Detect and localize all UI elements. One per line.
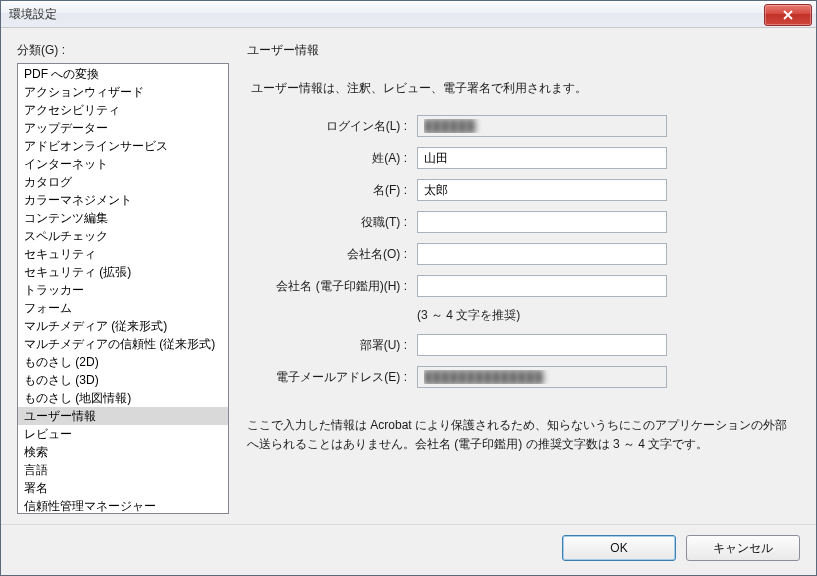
input-email[interactable] (417, 366, 667, 388)
label-unit: 部署(U) : (247, 337, 417, 354)
category-item[interactable]: ものさし (3D) (18, 371, 228, 389)
seal-hint: (3 ～ 4 文字を推奨) (417, 307, 520, 324)
category-item[interactable]: 署名 (18, 479, 228, 497)
category-item[interactable]: ものさし (2D) (18, 353, 228, 371)
label-first-name: 名(F) : (247, 182, 417, 199)
label-org: 会社名(O) : (247, 246, 417, 263)
category-item[interactable]: フォーム (18, 299, 228, 317)
panel-description: ユーザー情報は、注釈、レビュー、電子署名で利用されます。 (251, 80, 800, 97)
category-item[interactable]: アドビオンラインサービス (18, 137, 228, 155)
row-first-name: 名(F) : (247, 179, 800, 201)
cancel-button[interactable]: キャンセル (686, 535, 800, 561)
category-item[interactable]: スペルチェック (18, 227, 228, 245)
window-title: 環境設定 (9, 6, 764, 23)
panel-footnote: ここで入力した情報は Acrobat により保護されるため、知らないうちにこのア… (247, 416, 800, 454)
row-last-name: 姓(A) : (247, 147, 800, 169)
category-item[interactable]: マルチメディア (従来形式) (18, 317, 228, 335)
category-pane: 分類(G) : PDF への変換アクションウィザードアクセシビリティアップデータ… (17, 42, 229, 514)
panel-title: ユーザー情報 (247, 42, 800, 59)
input-org[interactable] (417, 243, 667, 265)
settings-pane: ユーザー情報 ユーザー情報は、注釈、レビュー、電子署名で利用されます。 ログイン… (247, 42, 800, 514)
label-last-name: 姓(A) : (247, 150, 417, 167)
ok-button-label: OK (610, 541, 627, 555)
input-unit[interactable] (417, 334, 667, 356)
input-first-name[interactable] (417, 179, 667, 201)
cancel-button-label: キャンセル (713, 540, 773, 557)
user-info-form: ログイン名(L) : 姓(A) : 名(F) : 役職(T) : 会社名(O) (247, 115, 800, 388)
category-item[interactable]: インターネット (18, 155, 228, 173)
category-item[interactable]: ユーザー情報 (18, 407, 228, 425)
close-button[interactable] (764, 4, 812, 26)
category-label: 分類(G) : (17, 42, 229, 59)
row-title: 役職(T) : (247, 211, 800, 233)
ok-button[interactable]: OK (562, 535, 676, 561)
dialog-body: 分類(G) : PDF への変換アクションウィザードアクセシビリティアップデータ… (1, 28, 816, 524)
input-login (417, 115, 667, 137)
category-item[interactable]: セキュリティ (拡張) (18, 263, 228, 281)
category-item[interactable]: レビュー (18, 425, 228, 443)
row-org-seal: 会社名 (電子印鑑用)(H) : (247, 275, 800, 297)
category-item[interactable]: 検索 (18, 443, 228, 461)
category-item[interactable]: アクセシビリティ (18, 101, 228, 119)
input-last-name[interactable] (417, 147, 667, 169)
category-listbox[interactable]: PDF への変換アクションウィザードアクセシビリティアップデーターアドビオンライ… (17, 63, 229, 514)
category-item[interactable]: カタログ (18, 173, 228, 191)
row-org: 会社名(O) : (247, 243, 800, 265)
category-item[interactable]: アクションウィザード (18, 83, 228, 101)
input-org-seal[interactable] (417, 275, 667, 297)
input-title[interactable] (417, 211, 667, 233)
category-item[interactable]: ものさし (地図情報) (18, 389, 228, 407)
row-seal-hint: (3 ～ 4 文字を推奨) (247, 307, 800, 324)
label-login: ログイン名(L) : (247, 118, 417, 135)
titlebar: 環境設定 (1, 1, 816, 28)
label-org-seal: 会社名 (電子印鑑用)(H) : (247, 278, 417, 295)
row-unit: 部署(U) : (247, 334, 800, 356)
close-icon (783, 10, 793, 20)
category-item[interactable]: PDF への変換 (18, 65, 228, 83)
category-item[interactable]: アップデーター (18, 119, 228, 137)
row-email: 電子メールアドレス(E) : (247, 366, 800, 388)
row-login: ログイン名(L) : (247, 115, 800, 137)
category-item[interactable]: トラッカー (18, 281, 228, 299)
category-item[interactable]: セキュリティ (18, 245, 228, 263)
preferences-window: 環境設定 分類(G) : PDF への変換アクションウィザードアクセシビリティア… (0, 0, 817, 576)
label-title: 役職(T) : (247, 214, 417, 231)
category-item[interactable]: カラーマネジメント (18, 191, 228, 209)
category-item[interactable]: 言語 (18, 461, 228, 479)
category-item[interactable]: マルチメディアの信頼性 (従来形式) (18, 335, 228, 353)
label-email: 電子メールアドレス(E) : (247, 369, 417, 386)
button-bar: OK キャンセル (1, 524, 816, 575)
category-item[interactable]: コンテンツ編集 (18, 209, 228, 227)
category-item[interactable]: 信頼性管理マネージャー (18, 497, 228, 514)
